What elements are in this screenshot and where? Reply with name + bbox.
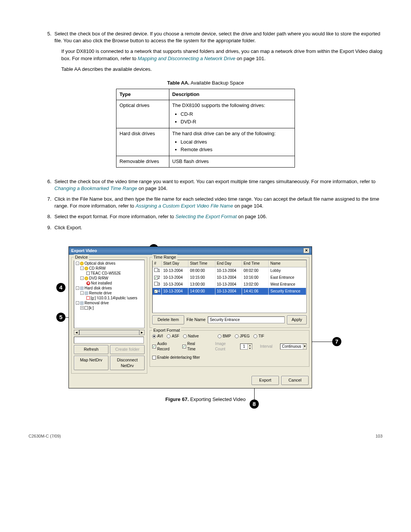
refresh-button[interactable]: Refresh	[74, 345, 108, 354]
text: on page 104.	[234, 203, 263, 209]
figure-caption: Figure 67. Exporting Selected Video	[29, 396, 382, 403]
row-checkbox[interactable]	[154, 282, 158, 286]
step-number: 5.	[29, 30, 54, 44]
scroll-right-icon[interactable]: ►	[139, 330, 145, 335]
list-item: Remote drives	[181, 146, 292, 153]
caption-text: Available Backup Space	[190, 80, 244, 86]
radio-bmp[interactable]: BMP	[218, 334, 231, 339]
callout-7: 7	[332, 337, 341, 346]
grid-header: # Start Day Start Time End Day End Time …	[153, 260, 306, 267]
label: ASF	[172, 334, 179, 339]
tree-item[interactable]: CD R/RW	[89, 266, 106, 271]
label: TIF	[258, 334, 264, 339]
row-checkbox[interactable]: ✓	[154, 289, 158, 293]
link-selecting-export-format[interactable]: Selecting the Export Format	[175, 214, 237, 219]
dialog-titlebar[interactable]: Export Video ✕	[69, 247, 312, 255]
radio-native[interactable]: Native	[183, 334, 199, 339]
cell-startday: 10-13-2004	[162, 281, 188, 288]
table-row: Removable drives USB flash drives	[116, 156, 295, 167]
tree-item[interactable]: DVD R/RW	[89, 276, 108, 281]
chevron-down-icon[interactable]: ▼	[303, 344, 306, 349]
cell-startday: 10-13-2004	[162, 288, 188, 295]
label: AVI	[157, 334, 163, 339]
scroll-track[interactable]	[79, 330, 139, 335]
table-row[interactable]: ✓210-13-200410:15:0010-13-200410:16:00Ea…	[153, 274, 306, 281]
col-endday[interactable]: End Day	[215, 260, 242, 267]
cell-type: Hard disk drives	[116, 128, 169, 156]
cell-endtime: 13:02:00	[242, 281, 269, 288]
cell-startday: 10-13-2004	[162, 274, 188, 281]
caption-bold: Table AA.	[167, 80, 190, 86]
table-row[interactable]: ✓410-13-200414:00:0010-13-200414:41:06Se…	[153, 288, 306, 295]
interval-label: Interval	[260, 344, 272, 349]
text: Select the export format. For more infor…	[54, 214, 175, 219]
text: The DX8100 supports the following drives…	[172, 102, 265, 108]
table-row[interactable]: 110-13-200408:00:0010-13-200408:02:00Lob…	[153, 267, 306, 274]
panel-title: Time Range	[152, 254, 177, 260]
label: Real Time	[187, 341, 200, 352]
checkbox-deinterlace[interactable]: Enable deinterlacing filter	[152, 355, 200, 360]
path-input[interactable]	[74, 337, 144, 343]
tree-item[interactable]: Remote drive	[89, 291, 112, 296]
callout-4: 4	[56, 283, 65, 292]
text: on page 101.	[237, 56, 266, 61]
map-netdrv-button[interactable]: Map NetDrv	[74, 356, 108, 371]
cancel-button[interactable]: Cancel	[281, 376, 309, 385]
text: Select the check box of the video time r…	[54, 179, 376, 184]
radio-jpeg[interactable]: JPEG	[235, 334, 250, 339]
cell-starttime: 13:00:00	[188, 281, 215, 288]
step-number: 9.	[29, 224, 54, 231]
row-checkbox[interactable]: ✓	[154, 276, 158, 280]
device-tree[interactable]: -Optical disk drives -CD R/RW TEAC CD-W5…	[74, 260, 145, 328]
cell-starttime: 14:00:00	[188, 288, 215, 295]
col-num[interactable]: #	[153, 260, 162, 267]
interval-combo[interactable]: Continuous▼	[280, 343, 307, 350]
link-changing-bookmarked-time-range[interactable]: Changing a Bookmarked Time Range	[54, 185, 137, 191]
footer-left: C2630M-C (7/09)	[29, 433, 61, 439]
checkbox-real-time[interactable]: ✓Real Time	[182, 341, 200, 352]
time-range-grid[interactable]: # Start Day Start Time End Day End Time …	[152, 260, 307, 313]
label: Audio Record	[157, 341, 175, 352]
cell-starttime: 08:00:00	[188, 267, 215, 274]
filename-label: File Name	[186, 317, 206, 323]
delete-item-button[interactable]: Delete Item	[152, 315, 184, 324]
link-mapping-network-drive[interactable]: Mapping and Disconnecting a Network Driv…	[138, 56, 236, 61]
col-startday[interactable]: Start Day	[162, 260, 188, 267]
step-number: 7.	[29, 196, 54, 209]
step-6: 6. Select the check box of the video tim…	[29, 178, 382, 192]
apply-button[interactable]: Apply	[287, 315, 307, 324]
image-count-stepper[interactable]: 1▲▼	[240, 343, 252, 350]
spin-down-icon[interactable]: ▼	[247, 347, 252, 350]
spin-up-icon[interactable]: ▲	[247, 344, 252, 347]
radio-avi[interactable]: AVI	[152, 334, 163, 339]
table-row[interactable]: 310-13-200413:00:0010-13-200413:02:00Wes…	[153, 281, 306, 288]
disconnect-netdrv-button[interactable]: Disconnect NetDrv	[110, 356, 145, 371]
link-assigning-custom-filename[interactable]: Assigning a Custom Export Video File Nam…	[135, 203, 233, 209]
radio-tif[interactable]: TIF	[253, 334, 264, 339]
tree-item[interactable]: Optical disk drives	[84, 261, 115, 266]
scroll-left-icon[interactable]: ◄	[74, 330, 79, 335]
tree-item[interactable]: Removal drive	[84, 300, 109, 305]
tree-item[interactable]: [k:]	[89, 305, 94, 310]
tree-item[interactable]: [g:] \\10.0.1.14\public \users	[91, 296, 137, 300]
step-8: 8. Select the export format. For more in…	[29, 213, 382, 220]
page-footer: C2630M-C (7/09) 103	[29, 433, 382, 439]
create-folder-button[interactable]: Create folder	[110, 345, 145, 354]
filename-input[interactable]: Security Entrance	[208, 316, 285, 323]
checkbox-audio-record[interactable]: ✓Audio Record	[152, 341, 175, 352]
radio-asf[interactable]: ASF	[167, 334, 179, 339]
close-icon[interactable]: ✕	[303, 248, 309, 253]
tree-item[interactable]: Not installed	[91, 281, 112, 286]
cell-endtime: 08:02:00	[242, 267, 269, 274]
col-endtime[interactable]: End Time	[242, 260, 269, 267]
tree-scrollbar[interactable]: ◄ ►	[74, 330, 145, 335]
row-checkbox[interactable]	[154, 268, 158, 272]
tree-item[interactable]: Hard disk drives	[84, 286, 112, 291]
cell-endday: 10-13-2004	[215, 274, 242, 281]
step-5-note: If your DX8100 is connected to a network…	[61, 48, 382, 62]
step-text: Select the check box of the desired devi…	[54, 30, 382, 44]
tree-item[interactable]: TEAC CD-W552E	[91, 271, 121, 276]
export-button[interactable]: Export	[252, 376, 279, 385]
col-name[interactable]: Name	[269, 260, 306, 267]
col-starttime[interactable]: Start Time	[188, 260, 215, 267]
